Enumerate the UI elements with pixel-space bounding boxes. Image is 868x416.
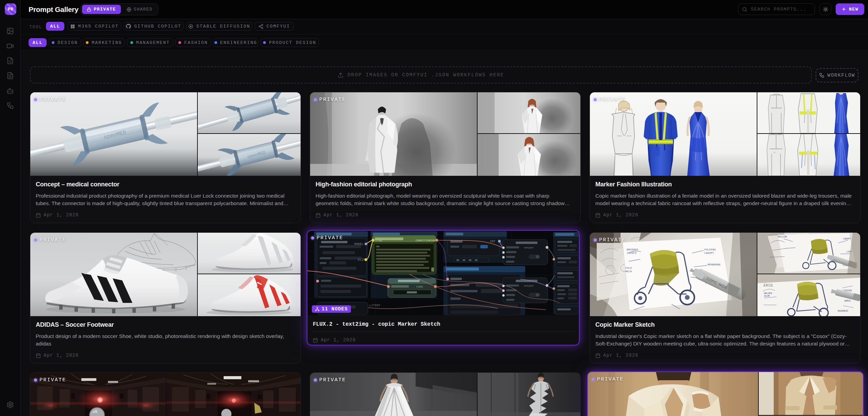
svg-text:clip: clip [375,239,382,242]
svg-text:FOLD: FOLD [625,266,632,269]
svg-text:MEMBRANE: MEMBRANE [708,263,721,266]
svg-text:WELDED: WELDED [764,292,772,295]
svg-text:FOLDING: FOLDING [704,248,716,251]
svg-text:RECLINE: RECLINE [778,236,787,238]
svg-text:ALUM: ALUM [764,295,770,297]
svg-text:CANOPY: CANOPY [704,251,714,255]
svg-text:LATENT: LATENT [369,304,381,307]
svg-text:output: output [524,246,534,249]
svg-text:output: output [524,284,534,287]
svg-text:INT: INT [490,240,496,243]
svg-text:CANOPY: CANOPY [843,238,851,240]
svg-text:CONDITIONING: CONDITIONING [416,239,435,242]
svg-text:BRUSHED: BRUSHED [627,248,638,251]
svg-text:EKOL: EKOL [763,283,773,287]
svg-text:JOINTS: JOINTS [627,251,637,255]
svg-text:WHEEL: WHEEL [845,300,851,302]
svg-text:MECH: MECH [625,270,632,273]
svg-text:COND: COND [416,285,423,288]
svg-text:CLIP: CLIP [358,258,365,262]
svg-text:MOVEMENT: MOVEMENT [838,310,848,312]
svg-text:MODEL: MODEL [354,243,364,246]
